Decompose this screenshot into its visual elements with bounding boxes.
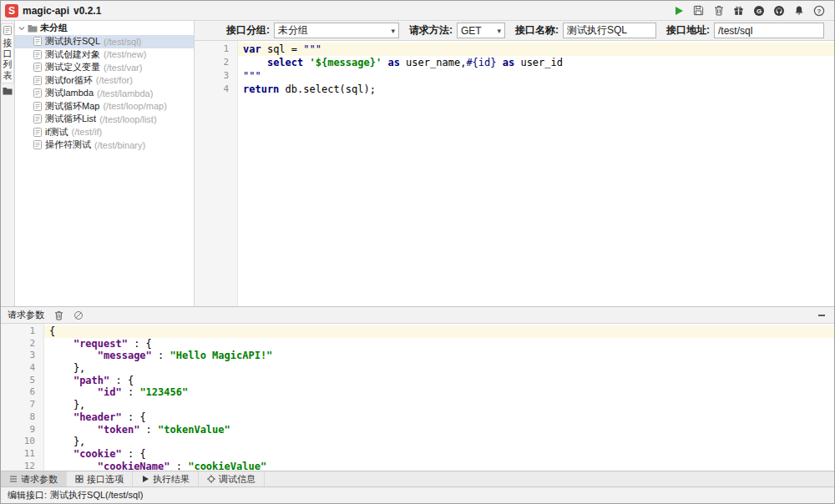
request-editor-code[interactable]: { "request" : { "message" : "Hello Magic… [44, 324, 834, 471]
group-folder-tab-icon[interactable] [3, 86, 13, 98]
vertical-tab-char: 接 [3, 38, 13, 48]
bottom-tabbar: 请求参数接口选项执行结果调试信息 [1, 471, 834, 486]
code-line[interactable]: }, [44, 362, 834, 375]
tree-item[interactable]: 操作符测试(/test/binary) [15, 139, 194, 152]
api-path: (/test/lambda) [97, 88, 153, 98]
tree-item[interactable]: 测试循环List(/test/loop/list) [15, 113, 194, 126]
api-file-icon [33, 37, 42, 46]
group-label: 接口分组: [226, 23, 270, 38]
code-line[interactable]: }, [44, 399, 834, 411]
code-line[interactable]: "id" : "123456" [44, 386, 834, 399]
save-icon[interactable] [690, 3, 707, 19]
status-value: 测试执行SQL(/test/sql) [50, 489, 143, 501]
svg-text:?: ? [817, 8, 821, 15]
run-icon[interactable] [670, 3, 687, 19]
options-icon [75, 475, 84, 483]
code-line[interactable]: "header" : { [44, 411, 834, 424]
api-file-icon [33, 128, 42, 137]
code-line[interactable]: "message" : "Hello MagicAPI!" [44, 350, 834, 362]
line-number: 11 [1, 448, 43, 461]
vertical-tab-label: 接口列表 [3, 38, 13, 81]
line-number: 2 [1, 338, 43, 350]
line-number: 4 [195, 83, 237, 96]
api-path-input[interactable] [714, 23, 824, 38]
code-line[interactable]: "token" : "tokenValue" [44, 424, 834, 436]
delete-icon[interactable] [54, 310, 63, 320]
tree-item[interactable]: 测试lambda(/test/lambda) [15, 87, 194, 100]
api-file-icon [33, 88, 42, 98]
gift-icon[interactable] [730, 3, 747, 19]
line-number: 9 [1, 424, 43, 436]
tab-label: 请求参数 [21, 473, 58, 486]
api-form-toolbar: 接口分组: 未分组 ▾ 请求方法: GET ▾ 接口名称: 接口地址: [195, 21, 834, 41]
api-path-label: 接口地址: [666, 23, 710, 38]
request-editor[interactable]: 123456789101112 { "request" : { "message… [1, 324, 834, 471]
tree-item[interactable]: 测试创建对象(/test/new) [15, 48, 194, 62]
tree-item[interactable]: if测试(/test/if) [15, 126, 194, 139]
tree-group-header[interactable]: 未分组 [15, 21, 194, 35]
minimize-icon[interactable] [817, 311, 826, 320]
code-line[interactable]: return db.select(sql); [238, 83, 834, 96]
code-line[interactable]: """ [238, 69, 834, 83]
group-name: 未分组 [40, 22, 68, 34]
delete-icon[interactable] [710, 3, 727, 19]
api-name: 测试执行SQL [45, 35, 100, 48]
script-editor-code[interactable]: var sql = """ select '${message}' as use… [238, 41, 834, 306]
code-line[interactable]: "path" : { [44, 375, 834, 387]
tab-api-list[interactable]: 接口列表 [1, 23, 14, 83]
line-number: 1 [1, 325, 43, 338]
tree-item[interactable]: 测试for循环(/test/for) [15, 74, 194, 88]
code-line[interactable]: select '${message}' as user_name,#{id} a… [238, 56, 834, 69]
api-name-input[interactable] [563, 23, 656, 38]
clear-icon[interactable] [73, 310, 84, 320]
api-path: (/test/loop/map) [103, 101, 166, 111]
script-editor-gutter: 1234 [195, 41, 238, 306]
magic-api-window: S magic-api v0.2.1 G ? [0, 0, 835, 504]
code-line[interactable]: var sql = """ [238, 43, 834, 56]
tree-item[interactable]: 测试执行SQL(/test/sql) [15, 35, 194, 48]
api-path: (/test/sql) [104, 37, 141, 47]
status-label: 编辑接口: [8, 489, 47, 501]
method-label: 请求方法: [409, 23, 453, 38]
line-number: 6 [1, 386, 43, 399]
code-line[interactable]: "cookie" : { [44, 448, 834, 461]
api-file-icon [33, 102, 42, 111]
tree-item[interactable]: 测试定义变量(/test/var) [15, 61, 194, 74]
vertical-tab-char: 表 [3, 70, 13, 81]
tab-run-result[interactable]: 执行结果 [133, 471, 199, 486]
run-icon [141, 475, 149, 483]
line-number: 8 [1, 411, 43, 424]
request-editor-gutter: 123456789101112 [1, 324, 44, 471]
tab-debug-info[interactable]: 调试信息 [199, 471, 265, 486]
chevron-down-icon: ▾ [493, 27, 501, 35]
api-path: (/test/var) [104, 63, 142, 73]
group-select[interactable]: 未分组 ▾ [274, 23, 399, 38]
line-number: 1 [195, 43, 237, 56]
help-icon[interactable]: ? [810, 3, 827, 19]
code-line[interactable]: }, [44, 436, 834, 448]
tab-request-params[interactable]: 请求参数 [1, 471, 67, 486]
line-number: 7 [1, 399, 43, 411]
code-line[interactable]: "request" : { [44, 338, 834, 350]
line-number: 3 [195, 69, 237, 83]
api-name: 测试定义变量 [45, 61, 100, 73]
api-list-icon [3, 26, 12, 38]
api-name: 测试for循环 [45, 74, 93, 87]
line-number: 3 [1, 350, 43, 362]
method-select[interactable]: GET ▾ [457, 23, 505, 38]
api-name-label: 接口名称: [515, 23, 559, 38]
notification-icon[interactable] [790, 3, 807, 19]
api-tree: 测试执行SQL(/test/sql)测试创建对象(/test/new)测试定义变… [15, 35, 194, 306]
script-editor[interactable]: 1234 var sql = """ select '${message}' a… [195, 41, 834, 306]
code-line[interactable]: { [44, 325, 834, 338]
api-name: 测试循环List [45, 113, 96, 125]
tab-api-options[interactable]: 接口选项 [67, 471, 133, 486]
github-icon[interactable] [770, 3, 787, 19]
line-number: 5 [1, 375, 43, 387]
line-number: 2 [195, 56, 237, 69]
tree-item[interactable]: 测试循环Map(/test/loop/map) [15, 100, 194, 113]
code-line[interactable]: "cookieName" : "cookieValue" [44, 461, 834, 471]
request-panel-title: 请求参数 [8, 309, 44, 321]
line-number: 12 [1, 461, 43, 471]
gitee-icon[interactable]: G [750, 3, 767, 19]
